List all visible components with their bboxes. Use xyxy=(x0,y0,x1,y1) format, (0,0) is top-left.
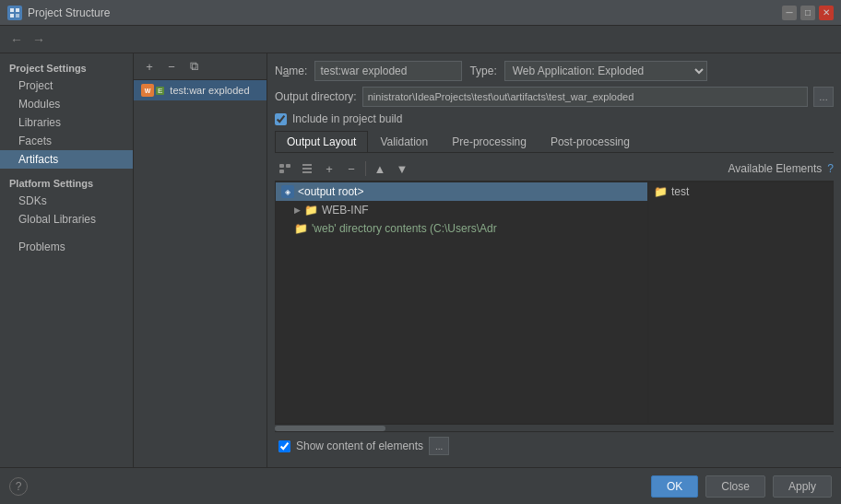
left-tree: ◈ <output root> ▶ 📁 WEB-INF 📁 'web' dire… xyxy=(276,182,648,423)
footer-right: OK Close Apply xyxy=(651,475,832,498)
output-root-label: <output root> xyxy=(298,185,363,198)
apply-button[interactable]: Apply xyxy=(773,475,832,498)
nav-bar: ← → xyxy=(0,26,841,53)
tree-item-test[interactable]: 📁 test xyxy=(648,182,833,201)
toolbar-separator xyxy=(365,161,366,176)
web-inf-label: WEB-INF xyxy=(322,204,369,217)
ok-button[interactable]: OK xyxy=(651,475,698,498)
available-label: Available Elements xyxy=(728,162,825,175)
tree-item-web-inf[interactable]: ▶ 📁 WEB-INF xyxy=(276,201,647,219)
remove-element-button[interactable]: − xyxy=(341,159,361,178)
type-label: Type: xyxy=(469,64,496,77)
panels-area: ◈ <output root> ▶ 📁 WEB-INF 📁 'web' dire… xyxy=(275,182,834,424)
svg-rect-6 xyxy=(286,164,290,168)
artifact-header-toolbar: + − ⧉ xyxy=(134,53,267,80)
config-panel: Name: Type: Web Application: Exploded Ou… xyxy=(267,53,841,467)
content-toolbar: + − ▲ ▼ Available Elements ? xyxy=(275,157,834,182)
svg-rect-1 xyxy=(10,8,14,12)
project-settings-label: Project Settings xyxy=(0,57,133,76)
tab-pre-processing[interactable]: Pre-processing xyxy=(440,131,539,152)
scroll-area xyxy=(275,424,834,431)
maximize-button[interactable]: □ xyxy=(800,6,815,20)
tree-item-web-dir[interactable]: 📁 'web' directory contents (C:\Users\Adr xyxy=(276,219,647,238)
type-select[interactable]: Web Application: Exploded xyxy=(504,61,707,81)
sidebar-item-project[interactable]: Project xyxy=(0,76,133,95)
include-build-label: Include in project build xyxy=(292,112,402,125)
add-element-button[interactable]: + xyxy=(319,159,339,178)
output-dir-row: Output directory: … xyxy=(275,87,834,107)
browse-button[interactable]: … xyxy=(813,87,834,107)
footer: ? OK Close Apply xyxy=(0,467,841,504)
help-button[interactable]: ? xyxy=(9,477,28,496)
tab-post-processing[interactable]: Post-processing xyxy=(539,131,642,152)
bottom-bar: Show content of elements ... xyxy=(275,431,834,460)
content-area: Project Settings Project Modules Librari… xyxy=(0,53,841,467)
war-icon: W E xyxy=(141,84,164,97)
output-root-icon: ◈ xyxy=(281,185,294,198)
more-options-button[interactable]: ... xyxy=(429,437,449,455)
title-bar: Project Structure ─ □ ✕ xyxy=(0,0,841,26)
chevron-icon: ▶ xyxy=(294,205,301,215)
name-label: Name: xyxy=(275,64,307,77)
svg-rect-5 xyxy=(279,164,284,168)
test-module-label: test xyxy=(671,185,689,198)
help-icon[interactable]: ? xyxy=(827,162,834,175)
window-title: Project Structure xyxy=(28,6,782,19)
move-up-button[interactable]: ▲ xyxy=(370,159,390,178)
tab-output-layout[interactable]: Output Layout xyxy=(275,131,368,152)
svg-rect-9 xyxy=(302,168,312,170)
svg-rect-4 xyxy=(16,14,19,18)
tree-item-output-root[interactable]: ◈ <output root> xyxy=(276,182,647,201)
list-icon-button[interactable] xyxy=(297,159,317,178)
platform-settings-label: Platform Settings xyxy=(0,169,133,192)
copy-artifact-button[interactable]: ⧉ xyxy=(184,57,204,76)
web-dir-label: 'web' directory contents (C:\Users\Adr xyxy=(312,222,497,235)
sidebar-item-libraries[interactable]: Libraries xyxy=(0,113,133,132)
sidebar-item-facets[interactable]: Facets xyxy=(0,132,133,150)
window-controls[interactable]: ─ □ ✕ xyxy=(782,6,834,20)
artifact-list-panel: + − ⧉ W E test:war exploded xyxy=(134,53,267,467)
remove-artifact-button[interactable]: − xyxy=(161,57,182,76)
show-content-checkbox[interactable] xyxy=(278,440,290,452)
main-container: ← → Project Settings Project Modules Lib… xyxy=(0,26,841,504)
tab-validation[interactable]: Validation xyxy=(368,131,440,152)
sidebar: Project Settings Project Modules Librari… xyxy=(0,53,134,467)
svg-rect-2 xyxy=(16,8,19,12)
sidebar-item-problems[interactable]: Problems xyxy=(0,238,133,256)
sidebar-item-modules[interactable]: Modules xyxy=(0,95,133,113)
module-folder-icon: 📁 xyxy=(654,185,668,198)
svg-rect-0 xyxy=(7,6,22,20)
output-dir-label: Output directory: xyxy=(275,90,357,103)
forward-button[interactable]: → xyxy=(30,30,48,49)
include-build-checkbox[interactable] xyxy=(275,113,287,125)
tabs-bar: Output Layout Validation Pre-processing … xyxy=(275,131,834,153)
sidebar-item-artifacts[interactable]: Artifacts xyxy=(0,150,133,169)
output-dir-input[interactable] xyxy=(362,87,808,107)
footer-left: ? xyxy=(9,477,28,496)
group-icon-button[interactable] xyxy=(275,159,295,178)
show-content-label: Show content of elements xyxy=(296,440,423,452)
svg-rect-3 xyxy=(10,14,14,18)
app-icon xyxy=(7,6,22,20)
svg-rect-7 xyxy=(279,170,284,173)
svg-rect-8 xyxy=(302,164,312,166)
artifact-list-item[interactable]: W E test:war exploded xyxy=(134,80,267,100)
right-tree: 📁 test xyxy=(648,182,833,423)
folder-icon-2: 📁 xyxy=(294,222,308,235)
sidebar-item-global-libraries[interactable]: Global Libraries xyxy=(0,210,133,229)
artifact-name: test:war exploded xyxy=(170,85,249,96)
name-input[interactable] xyxy=(314,61,462,81)
minimize-button[interactable]: ─ xyxy=(782,6,797,20)
close-button-footer[interactable]: Close xyxy=(705,475,765,498)
scrollbar-thumb[interactable] xyxy=(275,426,385,431)
right-area: + − ⧉ W E test:war exploded Name: xyxy=(134,53,841,467)
name-type-row: Name: Type: Web Application: Exploded xyxy=(275,61,834,81)
include-build-row: Include in project build xyxy=(275,112,834,125)
close-button[interactable]: ✕ xyxy=(819,6,834,20)
folder-icon: 📁 xyxy=(304,204,318,217)
move-down-button[interactable]: ▼ xyxy=(392,159,412,178)
add-artifact-button[interactable]: + xyxy=(139,57,160,76)
back-button[interactable]: ← xyxy=(7,30,26,49)
sidebar-item-sdks[interactable]: SDKs xyxy=(0,192,133,210)
tab-content: + − ▲ ▼ Available Elements ? ◈ xyxy=(275,157,834,460)
